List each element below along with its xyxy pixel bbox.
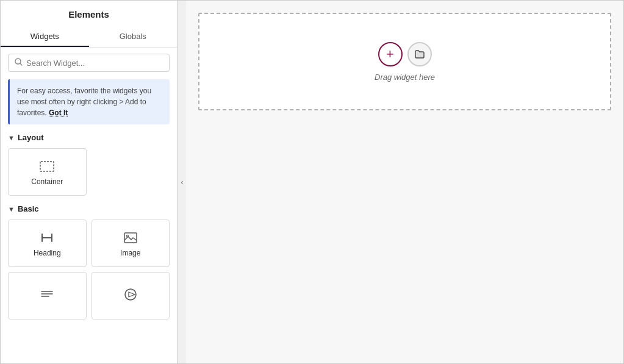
got-it-link[interactable]: Got It bbox=[49, 109, 68, 117]
basic-widgets-grid: Heading Image bbox=[8, 219, 170, 319]
tab-widgets[interactable]: Widgets bbox=[1, 27, 89, 47]
drop-zone[interactable]: + Drag widget here bbox=[198, 13, 611, 110]
svg-marker-12 bbox=[129, 292, 135, 297]
svg-line-1 bbox=[20, 63, 22, 65]
sidebar: Elements Widgets Globals For easy access… bbox=[1, 1, 178, 364]
search-icon bbox=[15, 58, 23, 68]
widget-image[interactable]: Image bbox=[91, 219, 170, 267]
layout-arrow-icon: ▼ bbox=[8, 134, 15, 141]
layout-widgets-grid: Container bbox=[8, 148, 170, 196]
widget-text-editor[interactable] bbox=[8, 272, 87, 319]
text-editor-icon bbox=[38, 286, 56, 305]
widget-container[interactable]: Container bbox=[8, 148, 87, 196]
tip-box: For easy access, favorite the widgets yo… bbox=[8, 79, 170, 124]
search-input[interactable] bbox=[26, 59, 163, 68]
svg-rect-2 bbox=[40, 162, 54, 171]
layout-label-text: Layout bbox=[18, 133, 44, 142]
tab-globals[interactable]: Globals bbox=[89, 27, 178, 47]
widget-heading[interactable]: Heading bbox=[8, 219, 87, 267]
image-icon bbox=[122, 229, 139, 249]
heading-icon bbox=[38, 229, 56, 249]
basic-arrow-icon: ▼ bbox=[8, 205, 15, 213]
tip-text: For easy access, favorite the widgets yo… bbox=[17, 87, 151, 117]
canvas-area: + Drag widget here bbox=[186, 1, 623, 363]
tabs-bar: Widgets Globals bbox=[1, 27, 177, 47]
sidebar-title: Elements bbox=[1, 9, 177, 20]
container-icon bbox=[38, 158, 56, 177]
section-layout-label: ▼ Layout bbox=[8, 133, 170, 142]
section-basic-label: ▼ Basic bbox=[8, 204, 170, 213]
widget-video[interactable] bbox=[91, 272, 170, 319]
image-label: Image bbox=[120, 249, 140, 257]
basic-label-text: Basic bbox=[18, 204, 39, 213]
drop-zone-actions: + bbox=[378, 42, 432, 66]
search-container bbox=[8, 54, 170, 72]
add-widget-button[interactable]: + bbox=[378, 42, 403, 66]
add-icon: + bbox=[386, 46, 394, 62]
sidebar-collapse-toggle[interactable]: ‹ bbox=[178, 1, 186, 363]
collapse-icon: ‹ bbox=[181, 178, 184, 187]
heading-label: Heading bbox=[34, 249, 61, 257]
sidebar-body: For easy access, favorite the widgets yo… bbox=[1, 48, 177, 364]
drop-hint-text: Drag widget here bbox=[375, 73, 435, 82]
container-label: Container bbox=[31, 177, 63, 186]
video-icon bbox=[122, 286, 139, 305]
sidebar-header: Elements Widgets Globals bbox=[1, 1, 177, 48]
svg-point-7 bbox=[126, 235, 128, 237]
folder-button[interactable] bbox=[407, 42, 432, 66]
